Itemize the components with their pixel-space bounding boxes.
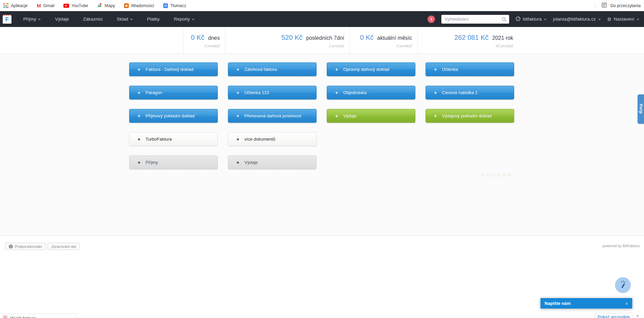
plus-icon bbox=[335, 90, 338, 95]
magic-wand-button[interactable] bbox=[615, 277, 631, 293]
button-label: více dokumentů bbox=[244, 137, 275, 142]
sales-stats-row: 0 Kčdnes 0 prodejů 520 Kčposledních 7dní… bbox=[0, 27, 644, 54]
new-prijmy-button[interactable]: Příjmy bbox=[129, 155, 218, 169]
help-tab[interactable]: Help bbox=[638, 94, 644, 124]
new-vydaje-button[interactable]: Výdaje bbox=[327, 109, 415, 123]
button-label: Objednávka bbox=[343, 90, 367, 95]
nav-item-prijmy[interactable]: Příjmy bbox=[16, 11, 48, 27]
nav-item-zakaznici[interactable]: Zákazníci bbox=[76, 11, 110, 27]
button-label: Příjmy bbox=[146, 160, 158, 165]
new-zalohova-faktura-button[interactable]: Zálohová faktura bbox=[228, 62, 317, 76]
wiadomosci-icon bbox=[124, 3, 129, 8]
plus-icon bbox=[236, 90, 239, 95]
chevron-down-icon bbox=[130, 19, 133, 20]
app-logo[interactable]: F bbox=[3, 15, 11, 24]
invoice-document-icon bbox=[3, 316, 7, 318]
app-navbar: F Příjmy Výdaje Zákazníci Sklad Platby R… bbox=[0, 11, 644, 27]
app-version: v6.35.8.1.30.10.48 bbox=[480, 173, 511, 177]
stat-amount: 0 Kč bbox=[191, 34, 204, 41]
new-faktura-danovy-doklad-button[interactable]: Faktura - Daňový doklad bbox=[129, 62, 218, 76]
account-name: bitfaktura bbox=[523, 17, 542, 22]
nav-item-reporty[interactable]: Reporty bbox=[167, 11, 202, 27]
footer-button-label: Podpora/kontakt bbox=[15, 244, 42, 249]
new-opravny-danovy-doklad-button[interactable]: Opravný daňový doklad bbox=[327, 62, 415, 76]
new-turbofaktura-button[interactable]: TurboFaktura bbox=[129, 132, 218, 146]
stat-aktualni-mesic: 0 Kčaktuální měsíc 0 prodejů bbox=[350, 27, 417, 54]
bookmark-mapy[interactable]: Mapy bbox=[97, 3, 115, 9]
more-documents-button[interactable]: více dokumentů bbox=[228, 132, 317, 146]
plus-icon bbox=[434, 90, 437, 95]
plus-icon bbox=[138, 66, 141, 72]
stat-poslednich-7dni: 520 Kčposledních 7dní 2 prodejů bbox=[225, 27, 350, 54]
stat-sub: 0 prodejů bbox=[183, 44, 220, 48]
nav-item-platby[interactable]: Platby bbox=[140, 11, 167, 27]
nav-label: Platby bbox=[147, 17, 160, 22]
magic-wand-icon bbox=[619, 280, 627, 290]
show-all-notifications[interactable]: Pokaż wszystkie bbox=[595, 313, 633, 318]
info-icon bbox=[9, 244, 13, 249]
plus-icon bbox=[335, 66, 338, 72]
chevron-down-icon bbox=[192, 19, 195, 20]
plus-icon bbox=[138, 90, 141, 95]
settings-menu[interactable]: Nastavení bbox=[607, 17, 639, 22]
stat-2021-rok: 262 081 Kč2021 rok 60 prodejů bbox=[417, 27, 519, 54]
gmail-icon bbox=[37, 3, 41, 8]
data-processing-button[interactable]: Zpracování dat bbox=[48, 243, 80, 250]
plus-icon bbox=[138, 160, 141, 165]
search-icon[interactable] bbox=[501, 17, 507, 23]
search-input[interactable] bbox=[441, 15, 509, 24]
footer-button-label: Zpracování dat bbox=[51, 244, 76, 249]
new-uctenka-123-button[interactable]: Účtenka 123 bbox=[228, 86, 317, 99]
divider bbox=[595, 3, 595, 8]
bookmark-wiadomosci[interactable]: Wiadomości bbox=[124, 3, 154, 8]
bookmark-label: Tłumacz bbox=[170, 3, 186, 8]
account-menu[interactable]: bitfaktura bbox=[516, 16, 547, 22]
nav-item-sklad[interactable]: Sklad bbox=[110, 11, 140, 27]
new-vydajovy-pokladni-doklad-button[interactable]: Výdajový pokladní doklad bbox=[426, 109, 514, 123]
show-all-link[interactable]: Pokaż wszystkie bbox=[597, 314, 630, 318]
nav-label: Zákazníci bbox=[83, 17, 103, 22]
close-icon[interactable] bbox=[636, 313, 639, 318]
new-uctenka-button[interactable]: Účtenka bbox=[426, 62, 514, 76]
logo-letter: F bbox=[5, 16, 9, 23]
notification-toast[interactable]: Wyślij fakturę bbox=[0, 314, 77, 318]
chevron-down-icon bbox=[598, 19, 601, 20]
new-prijmovy-pokladni-doklad-button[interactable]: Příjmový pokladní doklad bbox=[129, 109, 218, 123]
nav-item-vydaje[interactable]: Výdaje bbox=[48, 11, 76, 27]
plus-icon bbox=[236, 136, 239, 142]
maps-pin-icon bbox=[97, 3, 102, 9]
new-cenova-nabidka-button[interactable]: Cenová nabídka 1 bbox=[426, 86, 514, 99]
bookmark-label: Aplikacje bbox=[11, 3, 28, 8]
button-label: Faktura - Daňový doklad bbox=[146, 67, 194, 72]
user-email: jolanta@bitfaktura.cz bbox=[553, 17, 595, 22]
nav-label: Reporty bbox=[174, 17, 190, 22]
button-label: Přenesená daňová povinnost bbox=[244, 113, 301, 118]
stat-label: posledních 7dní bbox=[306, 35, 344, 41]
chevron-up-icon bbox=[625, 301, 628, 306]
user-menu[interactable]: jolanta@bitfaktura.cz bbox=[553, 17, 601, 22]
bookmark-aplikacje[interactable]: Aplikacje bbox=[3, 3, 28, 8]
stat-sub: 2 prodejů bbox=[226, 44, 344, 48]
new-prenesena-danova-povinnost-button[interactable]: Přenesená daňová povinnost bbox=[228, 109, 317, 123]
chat-widget-bar[interactable]: Napište nám bbox=[540, 298, 632, 309]
stat-label: dnes bbox=[208, 35, 220, 41]
stat-dnes: 0 Kčdnes 0 prodejů bbox=[183, 27, 225, 54]
button-label: Výdajový pokladní doklad bbox=[442, 113, 492, 118]
button-label: Účtenka 123 bbox=[244, 90, 269, 95]
reading-list-button[interactable]: Do przeczytania bbox=[610, 3, 641, 8]
bookmark-tlumacz[interactable]: Tłumacz bbox=[163, 3, 186, 8]
powered-by-text: powered by BitFaktura bbox=[603, 244, 640, 248]
new-objednavka-button[interactable]: Objednávka bbox=[327, 86, 415, 99]
gear-icon bbox=[607, 17, 612, 22]
bookmark-gmail[interactable]: Gmail bbox=[37, 3, 54, 8]
button-label: Výdaje bbox=[244, 160, 258, 165]
notification-badge[interactable]: 3 bbox=[428, 16, 435, 23]
support-contact-button[interactable]: Podpora/kontakt bbox=[5, 243, 46, 250]
bookmark-youtube[interactable]: YouTube bbox=[63, 3, 88, 8]
stat-label: aktuální měsíc bbox=[377, 35, 412, 41]
new-vydaje-gray-button[interactable]: Výdaje bbox=[228, 155, 317, 169]
plus-icon bbox=[335, 113, 338, 119]
toast-text: Wyślij fakturę bbox=[10, 316, 36, 318]
button-label: Výdaje bbox=[343, 113, 357, 118]
new-paragon-button[interactable]: Paragon bbox=[129, 86, 218, 99]
